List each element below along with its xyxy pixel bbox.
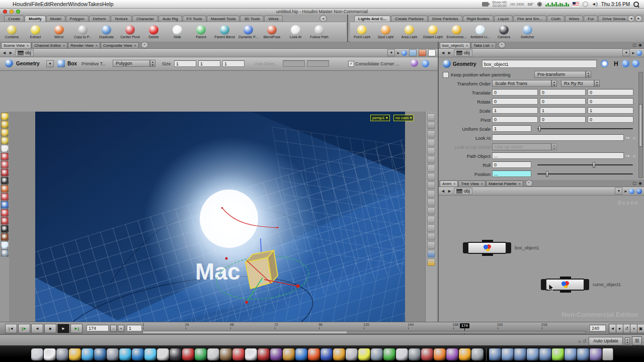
shelf-tab[interactable]: Deform: [89, 16, 110, 22]
shelf-tool[interactable]: Dynamic P...: [236, 25, 260, 39]
time-machine-icon[interactable]: [583, 2, 588, 7]
dock-app-icon[interactable]: [44, 348, 56, 360]
shelf-tool[interactable]: Parent Blend: [213, 25, 236, 39]
pin-icon[interactable]: ▸: [624, 189, 627, 194]
path-dropdown-button[interactable]: ▼: [615, 188, 622, 195]
timeline-option-button[interactable]: ◄: [609, 324, 616, 333]
path-object-field[interactable]: ...: [492, 152, 624, 159]
info-icon[interactable]: ↕: [622, 60, 629, 67]
display-option-icon[interactable]: [427, 130, 435, 138]
close-tab-icon[interactable]: ×: [492, 44, 494, 47]
shelf-tab[interactable]: Fire and Sm...: [513, 16, 546, 22]
shelf-tab[interactable]: Create Particles: [391, 16, 428, 22]
display-option-icon[interactable]: [427, 147, 435, 155]
viewport-tool-icon[interactable]: [1, 177, 9, 185]
network-search-icon[interactable]: [636, 189, 642, 194]
pin-icon[interactable]: ▸: [397, 50, 399, 55]
shelf-tool[interactable]: Combine: [0, 25, 24, 39]
shelf-tool[interactable]: Environme...: [445, 25, 468, 39]
viewport-tool-icon[interactable]: [1, 153, 9, 160]
refresh-icon[interactable]: ↺: [583, 338, 587, 344]
pre-transform-stepper[interactable]: ▲▼: [586, 71, 591, 78]
dock-app-icon[interactable]: [132, 348, 144, 360]
viewport-tool-icon[interactable]: [1, 209, 9, 217]
dock-app-icon[interactable]: [82, 348, 94, 360]
uniform-scale-slider[interactable]: [537, 128, 633, 129]
shelf-tool[interactable]: Duplicate: [95, 25, 118, 39]
sync-icon[interactable]: [629, 189, 634, 194]
pivot-x-field[interactable]: 0: [492, 116, 538, 123]
size-x-field[interactable]: 1: [174, 60, 196, 67]
menu-item[interactable]: File: [31, 1, 40, 7]
shelf-tab[interactable]: Wires: [264, 16, 282, 22]
dock-document-icon[interactable]: [539, 348, 551, 360]
dock-document-icon[interactable]: [552, 348, 564, 360]
shelf-tab[interactable]: Character: [132, 16, 158, 22]
dock-app-icon[interactable]: [220, 348, 232, 360]
display-option-icon[interactable]: [427, 233, 435, 240]
shelf-tool[interactable]: Camera: [492, 25, 516, 39]
node-pick-icon[interactable]: ⌂: [633, 153, 635, 158]
shelf-tool[interactable]: Hide: [166, 25, 189, 39]
menu-item[interactable]: Takes: [88, 1, 102, 7]
shelf-tool[interactable]: Switcher: [516, 25, 539, 39]
path-dropdown-button[interactable]: ▼: [387, 49, 395, 56]
pane-tab[interactable]: Render View×: [68, 42, 100, 48]
viewport-tool-icon[interactable]: [1, 169, 9, 176]
add-tab-button[interactable]: +: [141, 42, 148, 48]
dock-document-icon[interactable]: [514, 348, 526, 360]
dock-app-icon[interactable]: [170, 348, 182, 360]
current-frame-field[interactable]: 174: [87, 325, 109, 331]
white-frame-icon[interactable]: [428, 49, 436, 56]
dock-app-icon[interactable]: [446, 348, 458, 360]
dock-app-icon[interactable]: [421, 348, 433, 360]
dock-app-icon[interactable]: [270, 348, 282, 360]
menu-item[interactable]: Window: [68, 1, 88, 7]
undo-status-icon[interactable]: ◃: [578, 338, 581, 344]
pane-tab[interactable]: Scene View×: [1, 42, 31, 48]
path-chip[interactable]: obj: [454, 188, 472, 195]
dock-app-icon[interactable]: [283, 348, 295, 360]
dock-document-icon[interactable]: [502, 348, 514, 360]
viewport-tool-icon[interactable]: [1, 185, 9, 193]
cube-view-icon[interactable]: [409, 49, 417, 56]
select-node-icon[interactable]: [601, 60, 608, 67]
dock-app-icon[interactable]: [258, 348, 270, 360]
close-tab-icon[interactable]: ×: [134, 44, 136, 47]
menu-item[interactable]: Houdini: [13, 1, 31, 7]
shelf-tool[interactable]: Parent: [189, 25, 213, 39]
display-option-icon[interactable]: [427, 224, 435, 232]
scale-z-field[interactable]: 1: [588, 107, 633, 114]
dock-app-icon[interactable]: [409, 348, 421, 360]
close-tab-icon[interactable]: ×: [27, 44, 29, 47]
pane-tab[interactable]: Anim×: [440, 180, 458, 187]
translate-y-field[interactable]: 0: [540, 89, 586, 96]
temperature-status[interactable]: 68°: [528, 2, 534, 7]
close-tab-icon[interactable]: ×: [519, 182, 521, 186]
viewport-tool-icon[interactable]: [1, 161, 9, 168]
path-chip[interactable]: obj: [454, 49, 472, 56]
network-canvas[interactable]: Scene box_object1 curve_object1 Non-Comm…: [439, 196, 644, 321]
transform-order-stepper[interactable]: ▲▼: [551, 80, 557, 87]
viewport-tool-icon[interactable]: [1, 241, 9, 249]
memory-monitor-icon[interactable]: ▥: [632, 336, 642, 345]
position-slider[interactable]: [537, 173, 633, 174]
no-cam-badge[interactable]: no cam ▾: [393, 115, 414, 121]
display-option-icon[interactable]: [427, 258, 435, 266]
viewport-tool-icon[interactable]: [1, 145, 9, 152]
shelf-tool[interactable]: Delete: [142, 25, 166, 39]
sync-icon[interactable]: [401, 50, 407, 56]
minimize-window-icon[interactable]: [10, 10, 14, 14]
display-option-icon[interactable]: [427, 207, 435, 215]
dock-document-icon[interactable]: [590, 348, 602, 360]
viewport-tool-icon[interactable]: [1, 201, 9, 209]
shelf-tab[interactable]: Fur: [584, 16, 598, 22]
pane-tab[interactable]: Channel Editor×: [32, 42, 67, 48]
dock-app-icon[interactable]: [383, 348, 395, 360]
pin-icon[interactable]: ▸: [632, 50, 634, 55]
translate-z-field[interactable]: 0: [588, 89, 633, 96]
dock-app-icon[interactable]: [157, 348, 169, 360]
spotlight-icon[interactable]: [633, 2, 639, 7]
pane-maximize-icon[interactable]: ▢: [632, 181, 636, 186]
pane-menu-icon[interactable]: ◉: [638, 181, 642, 186]
